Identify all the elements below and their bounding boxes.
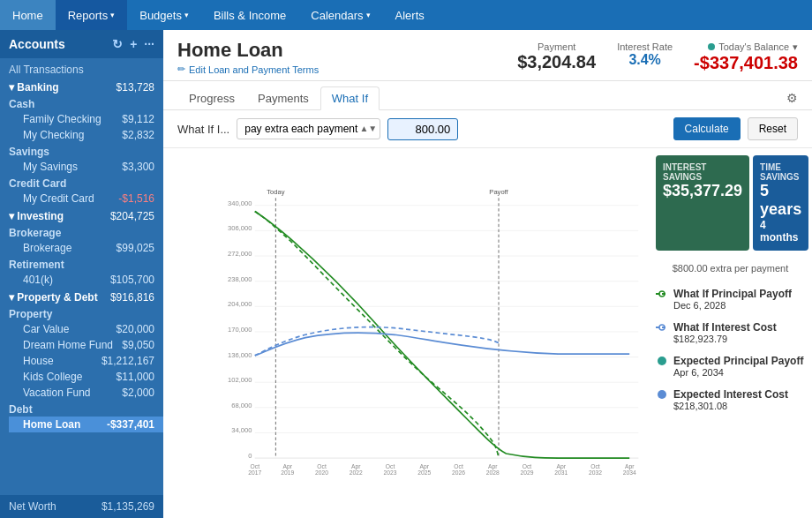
svg-text:68,000: 68,000 — [231, 402, 252, 409]
chevron-down-icon: ▾ — [366, 11, 371, 19]
whatif-select[interactable]: pay extra each payment pay extra once re… — [237, 118, 380, 139]
edit-icon: ✏ — [177, 64, 185, 75]
svg-text:2026: 2026 — [452, 469, 465, 476]
sidebar-item-401k[interactable]: 401(k)$105,700 — [9, 272, 163, 288]
chart-svg: 0 34,000 68,000 102,000 136,000 170,000 … — [216, 157, 640, 492]
chart-container: 0 34,000 68,000 102,000 136,000 170,000 … — [163, 148, 649, 518]
svg-text:238,000: 238,000 — [228, 275, 252, 283]
nav-reports[interactable]: Reports ▾ — [56, 0, 128, 30]
content-header-top: Home Loan ✏ Edit Loan and Payment Terms … — [177, 39, 798, 75]
chevron-down-icon: ▾ — [184, 11, 189, 19]
tab-whatif[interactable]: What If — [320, 86, 380, 110]
title-section: Home Loan ✏ Edit Loan and Payment Terms — [177, 39, 319, 75]
chart-area: 0 34,000 68,000 102,000 136,000 170,000 … — [163, 148, 812, 518]
tabs: Progress Payments What If ⚙ — [163, 81, 812, 110]
payment-value: $3,204.84 — [517, 52, 596, 72]
sidebar-subgroup-retirement-label: Retirement — [9, 256, 163, 272]
nav-home[interactable]: Home — [0, 0, 56, 30]
dashed-blue-icon — [656, 321, 668, 334]
whatif-select-wrapper: pay extra each payment pay extra once re… — [237, 118, 380, 139]
sidebar-subgroup-credit-card: Credit Card My Credit Card-$1,516 — [0, 175, 163, 206]
svg-text:2028: 2028 — [486, 469, 500, 476]
settings-button[interactable]: ⚙ — [786, 86, 798, 109]
svg-text:2023: 2023 — [384, 469, 397, 476]
sidebar-item-dream-home[interactable]: Dream Home Fund$9,050 — [9, 337, 163, 353]
legend-item-expected-interest: Expected Interest Cost $218,301.08 — [656, 385, 805, 415]
svg-text:2034: 2034 — [623, 469, 636, 476]
legend-expected-interest-text: Expected Interest Cost $218,301.08 — [673, 388, 788, 411]
more-icon[interactable]: ··· — [144, 37, 154, 51]
sidebar-item-my-checking[interactable]: My Checking$2,832 — [9, 127, 163, 143]
top-nav: Home Reports ▾ Budgets ▾ Bills & Income … — [0, 0, 812, 30]
legend-item-whatif-interest: What If Interest Cost $182,923.79 — [656, 318, 805, 348]
svg-text:306,000: 306,000 — [228, 224, 252, 232]
svg-text:170,000: 170,000 — [228, 326, 252, 334]
interest-rate-value: 3.4% — [617, 52, 673, 68]
sidebar-subgroup-brokerage: Brokerage Brokerage$99,025 — [0, 224, 163, 256]
legend-item-expected-principal: Expected Principal Payoff Apr 6, 2034 — [656, 351, 805, 381]
svg-text:Payoff: Payoff — [489, 188, 508, 196]
svg-text:102,000: 102,000 — [228, 376, 252, 384]
svg-text:2020: 2020 — [315, 469, 328, 476]
all-transactions-link[interactable]: All Transactions — [0, 58, 163, 78]
svg-text:0: 0 — [248, 452, 252, 460]
refresh-icon[interactable]: ↻ — [112, 37, 123, 51]
tab-progress[interactable]: Progress — [177, 86, 246, 110]
balance-dot — [708, 43, 715, 50]
edit-loan-link[interactable]: ✏ Edit Loan and Payment Terms — [177, 64, 319, 75]
svg-text:Oct: Oct — [590, 463, 600, 469]
whatif-amount-input[interactable] — [387, 118, 458, 140]
sidebar-subgroup-property-label: Property — [9, 305, 163, 321]
sidebar-item-house[interactable]: House$1,212,167 — [9, 353, 163, 369]
add-account-icon[interactable]: + — [130, 37, 137, 51]
page-title: Home Loan — [177, 39, 319, 62]
content-header: Home Loan ✏ Edit Loan and Payment Terms … — [163, 30, 812, 81]
whatif-toolbar: What If I... pay extra each payment pay … — [163, 110, 812, 148]
sidebar-item-family-checking[interactable]: Family Checking$9,112 — [9, 111, 163, 127]
sidebar-group-banking-amount: $13,728 — [117, 81, 154, 94]
legend-whatif-interest-text: What If Interest Cost $182,923.79 — [673, 321, 777, 344]
time-savings-box: TIME SAVINGS 5 years 4 months — [753, 155, 808, 251]
svg-text:2031: 2031 — [554, 469, 568, 476]
sidebar-group-property-debt[interactable]: ▾ Property & Debt $916,816 — [0, 288, 163, 305]
reset-button[interactable]: Reset — [748, 117, 798, 140]
sidebar-item-vacation-fund[interactable]: Vacation Fund$2,000 — [9, 385, 163, 401]
tab-payments[interactable]: Payments — [246, 86, 320, 110]
sidebar-group-investing-amount: $204,725 — [110, 210, 154, 222]
nav-calendars[interactable]: Calendars ▾ — [298, 0, 382, 30]
sidebar-subgroup-brokerage-label: Brokerage — [9, 224, 163, 240]
whatif-label: What If I... — [177, 123, 229, 136]
svg-text:Oct: Oct — [251, 463, 260, 469]
svg-text:2022: 2022 — [350, 469, 363, 476]
svg-text:Oct: Oct — [386, 463, 395, 469]
legend-panel: INTEREST SAVINGS $35,377.29 TIME SAVINGS… — [649, 148, 812, 518]
sidebar-item-home-loan[interactable]: Home Loan-$337,401 — [9, 417, 163, 432]
interest-savings-label: INTEREST SAVINGS — [663, 162, 742, 182]
nav-budgets[interactable]: Budgets ▾ — [127, 0, 201, 30]
sidebar-item-my-savings[interactable]: My Savings$3,300 — [9, 159, 163, 175]
solid-blue-icon — [656, 388, 668, 401]
balance-value: -$337,401.38 — [694, 53, 798, 73]
sidebar: Accounts ↻ + ··· All Transactions ▾ Bank… — [0, 30, 163, 518]
sidebar-item-car-value[interactable]: Car Value$20,000 — [9, 321, 163, 337]
sidebar-group-banking[interactable]: ▾ Banking $13,728 — [0, 78, 163, 95]
svg-text:34,000: 34,000 — [231, 426, 252, 434]
sidebar-group-investing[interactable]: ▾ Investing $204,725 — [0, 206, 163, 224]
sidebar-subgroup-savings: Savings My Savings$3,300 — [0, 143, 163, 175]
sidebar-subgroup-credit-card-label: Credit Card — [9, 175, 163, 191]
nav-bills-income[interactable]: Bills & Income — [201, 0, 298, 30]
sidebar-item-kids-college[interactable]: Kids College$11,000 — [9, 369, 163, 385]
svg-text:272,000: 272,000 — [228, 250, 252, 258]
time-savings-value: 5 years — [760, 182, 801, 219]
legend-expected-principal-text: Expected Principal Payoff Apr 6, 2034 — [673, 355, 803, 378]
sidebar-item-brokerage[interactable]: Brokerage$99,025 — [9, 240, 163, 256]
nav-alerts[interactable]: Alerts — [383, 0, 437, 30]
calculate-button[interactable]: Calculate — [673, 117, 741, 140]
extra-payment-label: $800.00 extra per payment — [656, 263, 805, 274]
sidebar-item-my-credit-card[interactable]: My Credit Card-$1,516 — [9, 191, 163, 206]
dashed-green-icon — [656, 288, 668, 300]
sidebar-subgroup-debt-label: Debt — [9, 401, 163, 417]
header-stats: Payment $3,204.84 Interest Rate 3.4% Tod… — [517, 41, 798, 73]
time-savings-sub: 4 months — [760, 219, 801, 244]
svg-text:Today: Today — [267, 188, 284, 196]
